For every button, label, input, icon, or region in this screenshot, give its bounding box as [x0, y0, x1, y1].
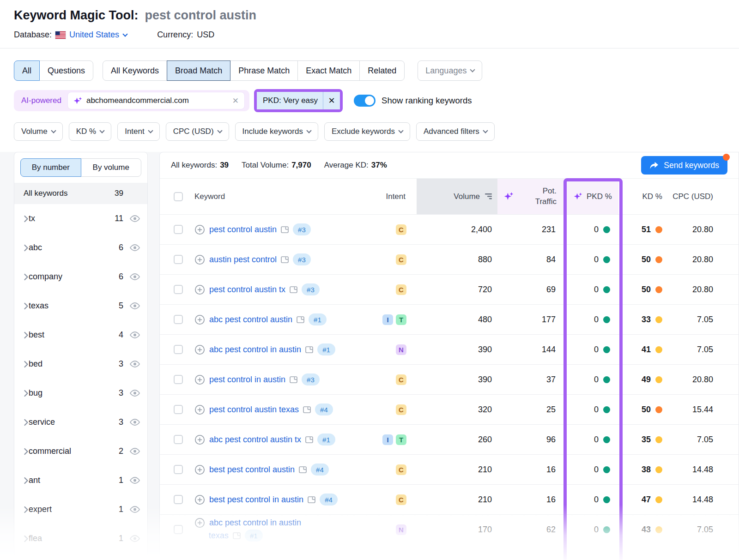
- column-pot-traffic[interactable]: Pot. Traffic: [497, 179, 566, 214]
- row-checkbox[interactable]: [174, 255, 183, 264]
- sidebar-group-bug[interactable]: bug3: [14, 379, 147, 408]
- keyword-link[interactable]: pest control austin texas: [209, 405, 299, 415]
- add-keyword-icon[interactable]: [194, 404, 205, 415]
- eye-icon[interactable]: [129, 360, 140, 368]
- row-checkbox[interactable]: [174, 495, 183, 504]
- eye-icon[interactable]: [129, 331, 140, 339]
- row-checkbox[interactable]: [174, 345, 183, 354]
- tab-exact-match[interactable]: Exact Match: [297, 60, 360, 81]
- keyword-link[interactable]: abc pest control austin tx: [209, 435, 301, 445]
- serp-preview-icon[interactable]: [233, 532, 241, 539]
- add-keyword-icon[interactable]: [194, 344, 205, 355]
- keyword-link[interactable]: abc pest control in austin: [209, 345, 301, 355]
- sidebar-group-flea[interactable]: flea1: [14, 524, 147, 553]
- tab-related[interactable]: Related: [359, 60, 405, 81]
- sidebar-group-commercial[interactable]: commercial2: [14, 437, 147, 466]
- keyword-link[interactable]: abc pest control in austin: [209, 518, 301, 528]
- serp-preview-icon[interactable]: [303, 406, 311, 413]
- row-checkbox[interactable]: [174, 405, 183, 414]
- remove-pkd-filter-icon[interactable]: ✕: [323, 96, 340, 106]
- add-keyword-icon[interactable]: [194, 284, 205, 295]
- tab-questions[interactable]: Questions: [39, 60, 93, 81]
- select-all-checkbox[interactable]: [174, 192, 183, 201]
- filter-intent[interactable]: Intent: [117, 122, 160, 141]
- add-keyword-icon[interactable]: [194, 518, 205, 528]
- serp-preview-icon[interactable]: [305, 436, 313, 443]
- clear-domain-icon[interactable]: ✕: [232, 96, 239, 106]
- add-keyword-icon[interactable]: [194, 224, 205, 235]
- eye-icon[interactable]: [129, 506, 140, 513]
- add-keyword-icon[interactable]: [194, 314, 205, 325]
- serp-preview-icon[interactable]: [297, 316, 304, 323]
- keyword-link[interactable]: texas: [209, 531, 229, 541]
- eye-icon[interactable]: [129, 418, 140, 426]
- eye-icon[interactable]: [129, 273, 140, 281]
- sidebar-group-best[interactable]: best4: [14, 320, 147, 349]
- keyword-link[interactable]: best pest control in austin: [209, 495, 303, 505]
- keyword-link[interactable]: pest control austin: [209, 225, 277, 235]
- filter-advanced-filters[interactable]: Advanced filters: [416, 122, 495, 141]
- eye-icon[interactable]: [129, 215, 140, 223]
- row-checkbox[interactable]: [174, 285, 183, 294]
- keyword-link[interactable]: pest control in austin: [209, 375, 285, 385]
- serp-preview-icon[interactable]: [299, 466, 307, 473]
- keyword-link[interactable]: austin pest control: [209, 255, 277, 265]
- filter-exclude-keywords[interactable]: Exclude keywords: [324, 122, 410, 141]
- row-checkbox[interactable]: [174, 315, 183, 324]
- column-cpc[interactable]: CPC (USD): [666, 179, 739, 214]
- serp-preview-icon[interactable]: [305, 346, 313, 353]
- eye-icon[interactable]: [129, 535, 140, 542]
- eye-icon[interactable]: [129, 244, 140, 252]
- add-keyword-icon[interactable]: [194, 464, 205, 475]
- serp-preview-icon[interactable]: [290, 286, 297, 293]
- serp-preview-icon[interactable]: [290, 376, 297, 383]
- row-checkbox[interactable]: [174, 435, 183, 444]
- tab-all[interactable]: All: [14, 60, 40, 81]
- tab-all-keywords[interactable]: All Keywords: [103, 60, 167, 81]
- filter-include-keywords[interactable]: Include keywords: [235, 122, 318, 141]
- filter-cpc-usd[interactable]: CPC (USD): [166, 122, 229, 141]
- tab-phrase-match[interactable]: Phrase Match: [230, 60, 298, 81]
- row-checkbox[interactable]: [174, 465, 183, 474]
- eye-icon[interactable]: [129, 447, 140, 455]
- eye-icon[interactable]: [129, 389, 140, 397]
- serp-preview-icon[interactable]: [308, 496, 315, 503]
- eye-icon[interactable]: [129, 302, 140, 310]
- sidebar-tab-by-number[interactable]: By number: [20, 158, 81, 177]
- sidebar-group-tx[interactable]: tx11: [14, 204, 147, 233]
- languages-dropdown[interactable]: Languages: [418, 60, 482, 81]
- row-checkbox[interactable]: [174, 225, 183, 234]
- serp-preview-icon[interactable]: [281, 226, 289, 233]
- sidebar-group-company[interactable]: company6: [14, 262, 147, 291]
- tab-broad-match[interactable]: Broad Match: [167, 60, 230, 81]
- column-volume[interactable]: Volume: [417, 179, 497, 214]
- sidebar-group-ant[interactable]: ant1: [14, 466, 147, 495]
- serp-preview-icon[interactable]: [281, 256, 289, 263]
- column-intent[interactable]: Intent: [377, 179, 417, 214]
- domain-input[interactable]: abchomeandcommercial.com ✕: [67, 92, 245, 109]
- keyword-link[interactable]: abc pest control austin: [209, 315, 292, 325]
- row-checkbox[interactable]: [174, 375, 183, 384]
- filter-kd[interactable]: KD %: [69, 122, 111, 141]
- send-keywords-button[interactable]: Send keywords: [641, 156, 727, 175]
- add-keyword-icon[interactable]: [194, 254, 205, 265]
- show-ranking-keywords-toggle[interactable]: [354, 95, 376, 107]
- row-checkbox[interactable]: [174, 525, 183, 534]
- sidebar-group-bed[interactable]: bed3: [14, 349, 147, 379]
- add-keyword-icon[interactable]: [194, 434, 205, 445]
- column-pkd[interactable]: PKD %: [566, 179, 618, 214]
- column-kd[interactable]: KD %: [618, 179, 666, 214]
- pkd-filter-chip[interactable]: PKD: Very easy ✕: [257, 92, 340, 109]
- sort-descending-icon[interactable]: [484, 193, 492, 199]
- add-keyword-icon[interactable]: [194, 494, 205, 505]
- eye-icon[interactable]: [129, 476, 140, 484]
- sidebar-group-texas[interactable]: texas5: [14, 291, 147, 320]
- database-select[interactable]: United States: [69, 30, 127, 40]
- filter-volume[interactable]: Volume: [14, 122, 63, 141]
- sidebar-group-abc[interactable]: abc6: [14, 233, 147, 262]
- sidebar-group-expert[interactable]: expert1: [14, 495, 147, 524]
- keyword-link[interactable]: best pest control austin: [209, 465, 295, 475]
- keyword-link[interactable]: pest control austin tx: [209, 285, 285, 295]
- add-keyword-icon[interactable]: [194, 374, 205, 385]
- sidebar-tab-by-volume[interactable]: By volume: [81, 158, 142, 177]
